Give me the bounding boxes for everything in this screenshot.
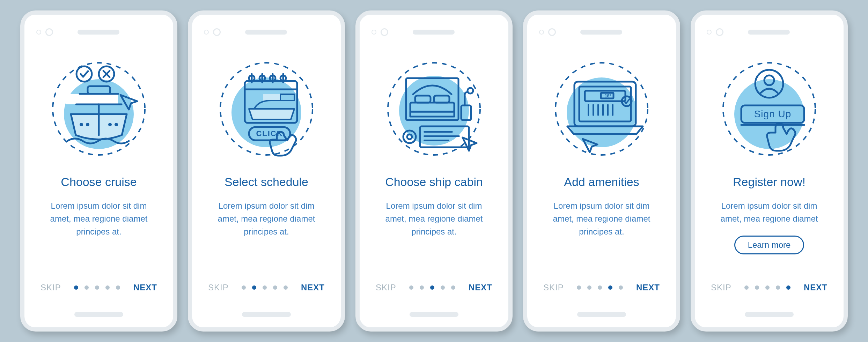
svg-point-5 [80, 123, 83, 126]
screen-title: Choose ship cabin [385, 175, 483, 189]
svg-text:Sign Up: Sign Up [754, 109, 792, 119]
skip-button[interactable]: SKIP [41, 283, 61, 292]
svg-rect-16 [263, 94, 280, 101]
screen-title: Select schedule [225, 175, 308, 189]
skip-button[interactable]: SKIP [543, 283, 564, 292]
status-bar [539, 25, 664, 39]
status-bar [204, 25, 329, 39]
home-indicator [410, 312, 458, 317]
laptop-amenities-icon: -18° [549, 57, 654, 161]
home-indicator [242, 312, 291, 317]
status-bar [372, 25, 496, 39]
phone-frame-3: Choose ship cabin Lorem ipsum dolor sit … [355, 10, 513, 332]
svg-point-32 [567, 77, 637, 147]
svg-text:-18°: -18° [603, 94, 611, 98]
page-dots [74, 285, 120, 290]
status-bar [36, 25, 161, 39]
next-button[interactable]: NEXT [469, 283, 492, 292]
home-indicator [577, 312, 626, 317]
screen-title: Register now! [733, 175, 806, 189]
cabin-bed-icon [382, 57, 486, 161]
cruise-ship-icon [46, 57, 151, 161]
skip-button[interactable]: SKIP [208, 283, 229, 292]
svg-point-6 [86, 123, 89, 126]
phone-frame-4: -18° Add amenities Lorem ipsum dolor sit… [523, 10, 680, 332]
svg-text:CLICK: CLICK [256, 129, 283, 138]
next-button[interactable]: NEXT [636, 283, 660, 292]
skip-button[interactable]: SKIP [376, 283, 396, 292]
phone-frame-5: Sign Up Register now! Lorem ipsum dolor … [691, 10, 848, 332]
status-bar [707, 25, 832, 39]
page-dots [744, 285, 790, 290]
learn-more-button[interactable]: Learn more [734, 236, 804, 254]
svg-point-27 [468, 88, 473, 94]
home-indicator [74, 312, 123, 317]
phone-frame-1: Choose cruise Lorem ipsum dolor sit dim … [20, 10, 177, 332]
screen-title: Choose cruise [61, 175, 137, 189]
page-dots [409, 285, 455, 290]
screen-body: Lorem ipsum dolor sit dim amet, mea regi… [36, 199, 161, 238]
page-dots [577, 285, 623, 290]
screen-body: Lorem ipsum dolor sit dim amet, mea regi… [707, 199, 832, 225]
svg-point-8 [115, 123, 118, 126]
screen-title: Add amenities [564, 175, 639, 189]
calendar-click-icon: CLICK [214, 57, 319, 161]
onboarding-stage: Choose cruise Lorem ipsum dolor sit dim … [0, 0, 868, 342]
phone-frame-2: CLICK Select schedule Lorem ipsum dolor … [188, 10, 345, 332]
svg-point-2 [76, 66, 92, 82]
page-dots [242, 285, 288, 290]
screen-body: Lorem ipsum dolor sit dim amet, mea regi… [204, 199, 329, 238]
screen-body: Lorem ipsum dolor sit dim amet, mea regi… [372, 199, 496, 238]
next-button[interactable]: NEXT [804, 283, 827, 292]
home-indicator [745, 312, 794, 317]
svg-point-30 [407, 134, 412, 139]
screen-body: Lorem ipsum dolor sit dim amet, mea regi… [539, 199, 664, 238]
signup-hand-icon: Sign Up [717, 57, 822, 161]
next-button[interactable]: NEXT [301, 283, 325, 292]
next-button[interactable]: NEXT [133, 283, 157, 292]
svg-point-7 [108, 123, 112, 126]
skip-button[interactable]: SKIP [711, 283, 731, 292]
